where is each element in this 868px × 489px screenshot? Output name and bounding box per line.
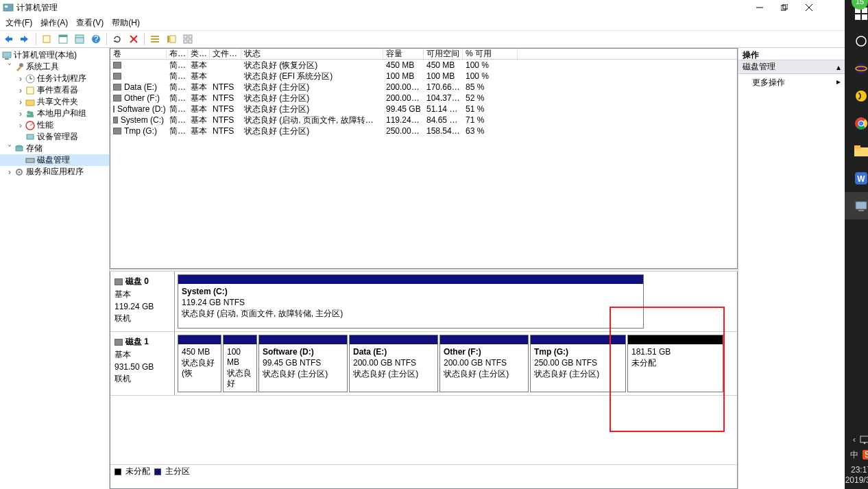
taskbar-app-wps[interactable]: W (845, 165, 868, 192)
tree-event-viewer[interactable]: › 事件查看器 (0, 84, 109, 96)
tree-root[interactable]: 计算机管理(本地) (0, 49, 109, 61)
forward-button[interactable] (18, 32, 33, 47)
tree-task-scheduler[interactable]: › 任务计划程序 (0, 73, 109, 84)
refresh-icon[interactable] (110, 32, 125, 47)
volume-icon (113, 128, 121, 134)
tree-pane[interactable]: 计算机管理(本地) ˅ 系统工具 › 任务计划程序 › (0, 48, 110, 489)
properties-button[interactable] (72, 32, 87, 47)
col-layout[interactable]: 布局 (167, 48, 188, 60)
chevron-up-icon[interactable]: ▴ (836, 62, 841, 72)
menu-help[interactable]: 帮助(H) (108, 16, 144, 30)
table-row[interactable]: Other (F:)简单基本NTFS状态良好 (主分区)200.00 GB104… (110, 93, 737, 104)
volume-icon (113, 95, 121, 102)
table-row[interactable]: 简单基本状态良好 (恢复分区)450 MB450 MB100 % (110, 60, 737, 71)
detail-view-icon[interactable] (164, 32, 179, 47)
table-row[interactable]: Software (D:)简单基本NTFS状态良好 (主分区)99.45 GB5… (110, 104, 737, 115)
disk-row[interactable]: 磁盘 0基本119.24 GB联机System (C:)119.24 GB NT… (110, 272, 737, 332)
up-button[interactable] (39, 32, 54, 47)
partition[interactable]: 450 MB状态良好 (恢 (178, 335, 221, 392)
partition[interactable]: 100 MB状态良好 (223, 335, 257, 392)
actions-pane: 操作 磁盘管理 ▴ 更多操作 ▸ (738, 48, 845, 489)
svg-text:?: ? (94, 34, 99, 44)
col-percent[interactable]: % 可用 (463, 48, 518, 60)
svg-point-48 (19, 171, 21, 173)
tree-device-manager[interactable]: 设备管理器 (0, 131, 109, 143)
volume-icon (113, 84, 121, 91)
disk-row[interactable]: 磁盘 1基本931.50 GB联机450 MB状态良好 (恢100 MB状态良好… (110, 332, 737, 396)
menu-action[interactable]: 操作(A) (36, 16, 72, 30)
table-row[interactable]: 简单基本状态良好 (EFI 系统分区)100 MB100 MB100 % (110, 71, 737, 82)
actions-section[interactable]: 磁盘管理 ▴ (738, 60, 845, 74)
partition[interactable]: Other (F:)200.00 GB NTFS状态良好 (主分区) (439, 335, 529, 392)
volume-list[interactable]: 卷 布局 类型 文件系统 状态 容量 可用空间 % 可用 简单基本状态良好 (恢… (110, 48, 738, 269)
tree-system-tools[interactable]: ˅ 系统工具 (0, 61, 109, 73)
cortana-button[interactable] (845, 27, 868, 55)
partition[interactable]: Software (D:)99.45 GB NTFS状态良好 (主分区) (258, 335, 348, 392)
expand-icon[interactable]: › (16, 86, 25, 95)
svg-text:S: S (865, 450, 868, 460)
expand-icon[interactable]: › (16, 109, 25, 119)
tree-storage[interactable]: ˅ 存储 (0, 143, 109, 154)
taskbar-app-eclipse[interactable] (845, 55, 868, 82)
minimize-button[interactable] (747, 1, 772, 14)
svg-point-32 (19, 63, 23, 67)
expand-icon[interactable]: › (16, 121, 25, 130)
help-button[interactable]: ? (88, 32, 104, 47)
disk-label[interactable]: 磁盘 1基本931.50 GB联机 (110, 332, 175, 395)
back-button[interactable] (1, 32, 16, 47)
more-actions[interactable]: 更多操作 ▸ (738, 74, 845, 91)
ime-sogou-icon[interactable]: S (863, 450, 868, 460)
collapse-icon[interactable]: ˅ (5, 144, 14, 154)
table-row[interactable]: Data (E:)简单基本NTFS状态良好 (主分区)200.00 GB170.… (110, 82, 737, 93)
ime-indicator[interactable]: 中 (850, 449, 858, 461)
tree-services[interactable]: › 服务和应用程序 (0, 166, 109, 178)
menu-file[interactable]: 文件(F) (1, 16, 36, 30)
delete-icon[interactable] (126, 32, 141, 47)
disk-icon (114, 278, 123, 285)
volume-list-header[interactable]: 卷 布局 类型 文件系统 状态 容量 可用空间 % 可用 (110, 49, 737, 60)
tree-local-users[interactable]: › 本地用户和组 (0, 108, 109, 119)
taskbar-clock[interactable]: 23:17 2019/3/8 (845, 462, 868, 489)
taskbar[interactable]: W ‹ 中 S 23:17 2019/3/8 (845, 0, 868, 489)
event-icon (25, 85, 36, 96)
tray-chevron-icon[interactable]: ‹ (853, 435, 856, 444)
menu-view[interactable]: 查看(V) (72, 16, 108, 30)
close-button[interactable] (797, 1, 821, 14)
restore-button[interactable] (772, 1, 797, 14)
col-capacity[interactable]: 容量 (383, 48, 424, 60)
partition[interactable]: Data (E:)200.00 GB NTFS状态良好 (主分区) (349, 335, 438, 392)
svg-rect-66 (856, 202, 867, 209)
expand-icon[interactable]: › (16, 74, 25, 84)
tree-disk-management[interactable]: 磁盘管理 (0, 154, 109, 166)
disk-graphical-view[interactable]: 磁盘 0基本119.24 GB联机System (C:)119.24 GB NT… (110, 272, 738, 489)
disk-label[interactable]: 磁盘 0基本119.24 GB联机 (110, 272, 175, 331)
partition[interactable]: 181.51 GB未分配 (627, 335, 723, 392)
taskbar-app-chrome[interactable] (845, 110, 868, 137)
col-free[interactable]: 可用空间 (424, 48, 463, 60)
tree-shared-folders[interactable]: › 共享文件夹 (0, 96, 109, 108)
taskbar-app-explorer[interactable] (845, 137, 868, 165)
tray-area[interactable]: ‹ (853, 432, 868, 447)
taskbar-app-compmgmt[interactable] (845, 192, 868, 219)
tile-view-icon[interactable] (180, 32, 195, 47)
partition[interactable]: Tmp (G:)250.00 GB NTFS状态良好 (主分区) (530, 335, 626, 392)
collapse-icon[interactable]: ˅ (5, 62, 14, 72)
table-row[interactable]: System (C:)简单基本NTFS状态良好 (启动, 页面文件, 故障转储,… (110, 115, 737, 126)
col-volume[interactable]: 卷 (110, 48, 167, 60)
svg-rect-37 (26, 100, 34, 106)
taskbar-app-pycharm[interactable] (845, 82, 868, 110)
svg-line-42 (30, 123, 33, 126)
list-view-icon[interactable] (147, 32, 162, 47)
expand-icon[interactable]: › (16, 97, 25, 107)
col-filesystem[interactable]: 文件系统 (210, 48, 241, 60)
partition[interactable]: System (C:)119.24 GB NTFS状态良好 (启动, 页面文件,… (178, 274, 644, 329)
table-row[interactable]: Tmp (G:)简单基本NTFS状态良好 (主分区)250.00 GB158.5… (110, 126, 737, 136)
col-type[interactable]: 类型 (188, 48, 210, 60)
tree-performance[interactable]: › 性能 (0, 119, 109, 131)
partition[interactable] (645, 274, 734, 329)
col-status[interactable]: 状态 (241, 48, 383, 60)
expand-icon[interactable]: › (5, 167, 14, 177)
notification-icon[interactable] (860, 435, 868, 444)
actions-header: 操作 (738, 48, 845, 60)
show-hide-button[interactable] (56, 32, 71, 47)
